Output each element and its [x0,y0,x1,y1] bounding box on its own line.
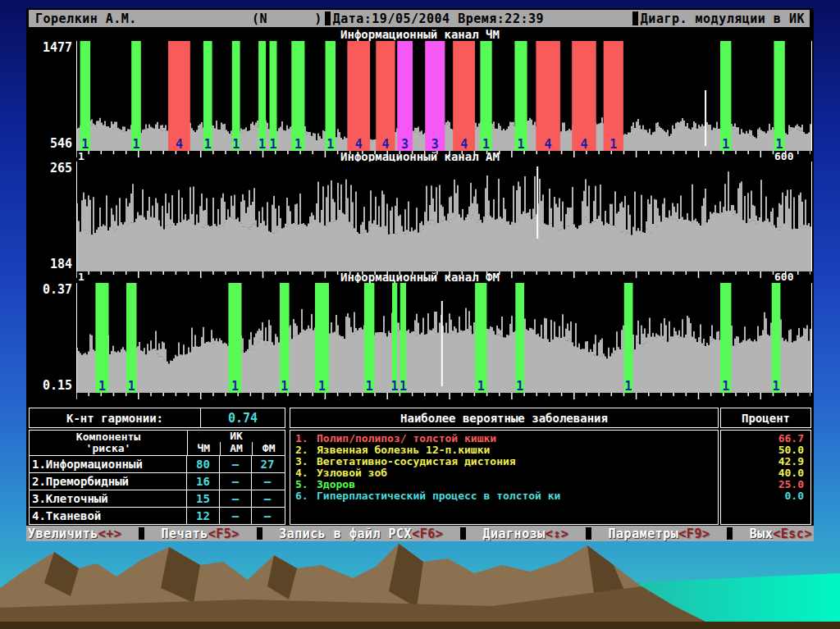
svg-text:4: 4 [355,137,363,151]
risk-value: – [251,490,283,507]
svg-text:1: 1 [281,379,288,393]
menu-item-3[interactable]: Запись в файл PCX<F6> [279,526,443,541]
app-window: Горелкин А.М. (N ) Дата:19/05/2004 Время… [26,8,814,541]
svg-text:1: 1 [98,379,106,393]
chart3-ymax: 0.37 [26,284,72,296]
disease-row: 2.Язвенная болезнь 12-п.кишки [295,444,718,456]
disease-number: 3. [295,456,317,467]
menu-item-hotkey: <+> [98,526,122,541]
svg-text:1: 1 [258,137,266,151]
menu-item-hotkey: <F9> [678,526,710,541]
svg-text:1: 1 [722,137,729,151]
risk-rows: 1.Информационный80–272.Преморбидный16––3… [30,456,285,525]
chart2-title: Информационный канал АМ [26,151,814,162]
menu-item-hotkey: <F6> [412,526,443,541]
chart2-ymin: 184 [26,258,72,271]
svg-text:4: 4 [176,137,183,151]
svg-text:1: 1 [318,379,326,393]
svg-text:1: 1 [625,379,632,393]
disease-row: 3.Вегетативно-сосудистая дистония [295,456,718,467]
mountains-background [0,539,840,629]
risk-row: 1.Информационный80–27 [30,456,285,473]
disease-name: Гиперпластический процесс в толстой ки [317,490,560,502]
chart1-title: Информационный канал ЧМ [26,28,814,41]
chart3-plot: 1111111111111 [76,283,812,393]
disease-row: 1.Полип/полипоз/ толстой кишки [295,433,718,444]
titlebar-separator [325,11,331,25]
menu-item-hotkey: <↕> [546,526,569,541]
disease-number: 1. [295,433,317,444]
svg-text:1: 1 [132,137,139,151]
desktop: { "titlebar":{ "patient":"Горелкин А.М."… [0,0,840,629]
percent-header-box: Процент [720,408,811,428]
menu-separator [257,527,262,540]
mode-title: Диагр. модуляции в ИК [641,11,810,26]
disease-number: 4. [295,467,317,479]
risk-table: Компоненты 'риска' ИК ЧМАМФМ 1.Информаци… [29,430,285,525]
svg-text:4: 4 [460,137,468,151]
risk-value: – [219,508,251,525]
axis-ticks [76,393,810,401]
disease-row: 6.Гиперпластический процесс в толстой ки [295,490,718,502]
menu-item-label: Увеличить [28,526,98,541]
menu-item-4[interactable]: Диагнозы<↕> [483,526,569,541]
chart2-ymax: 265 [26,162,72,175]
risk-header-line1: Компоненты [30,431,187,443]
risk-table-header: Компоненты 'риска' ИК ЧМАМФМ [30,431,285,456]
svg-text:4: 4 [545,137,552,151]
disease-name: Полип/полипоз/ толстой кишки [317,433,496,444]
disease-name: Здоров [317,479,355,490]
svg-text:1: 1 [722,379,729,393]
chart3-ymin: 0.15 [26,380,72,392]
svg-text:1: 1 [366,379,373,393]
svg-text:1: 1 [269,137,276,151]
menu-item-6[interactable]: Вых<Esc> [750,526,812,541]
risk-value: – [219,473,251,490]
chart2-plot [76,162,812,271]
menu-item-hotkey: <Esc> [773,526,812,541]
titlebar: Горелкин А.М. (N ) Дата:19/05/2004 Время… [29,10,810,27]
risk-col-header: АМ [220,442,253,455]
risk-row: 2.Преморбидный16–– [30,473,285,490]
percent-header: Процент [721,408,810,427]
menu-item-label: Вых [750,526,774,541]
menu-item-label: Параметры [609,526,679,541]
chart1-ymin: 546 [26,138,72,150]
risk-value: – [251,473,283,490]
risk-component-name: 4.Тканевой [30,508,187,525]
time-label: Время:22:39 [458,11,544,26]
menu-item-label: Диагнозы [483,526,546,541]
menu-item-2[interactable]: Печать<F5> [162,526,240,541]
diseases-header: Наиболее вероятные заболевания [290,408,718,427]
svg-text:1: 1 [399,379,407,393]
svg-text:1: 1 [81,137,89,151]
chart1-ymax: 1477 [26,42,72,54]
risk-value: 80 [187,456,219,472]
disease-percent: 0.0 [721,490,804,502]
risk-value: – [219,490,251,507]
risk-header-line2: 'риска' [30,443,187,454]
patient-code: (N ) [252,11,322,26]
harmony-label: К-нт гармонии: [30,408,201,427]
diseases-list: 1.Полип/полипоз/ толстой кишки2.Язвенная… [290,430,719,525]
disease-name: Вегетативно-сосудистая дистония [317,456,516,467]
disease-percent: 50.0 [721,444,804,456]
disease-number: 2. [295,444,317,456]
disease-row: 4.Узловой зоб [295,467,718,479]
svg-text:1: 1 [776,137,783,151]
chart1-plot: 114111111443341144111 [76,41,812,151]
menu-separator [727,527,733,540]
menu-separator [586,527,591,540]
svg-text:4: 4 [580,137,587,151]
svg-text:1: 1 [231,379,239,393]
svg-text:1: 1 [128,379,135,393]
disease-name: Язвенная болезнь 12-п.кишки [317,444,490,456]
svg-text:1: 1 [232,137,240,151]
risk-col-header: ФМ [252,442,285,455]
risk-row: 3.Клеточный15–– [30,490,285,508]
menu-item-label: Печать [162,526,208,541]
menu-item-5[interactable]: Параметры<F9> [609,526,710,541]
menu-item-1[interactable]: Увеличить<+> [28,526,121,541]
risk-column-headers: ЧМАМФМ [188,442,285,455]
disease-number: 5. [295,479,317,490]
